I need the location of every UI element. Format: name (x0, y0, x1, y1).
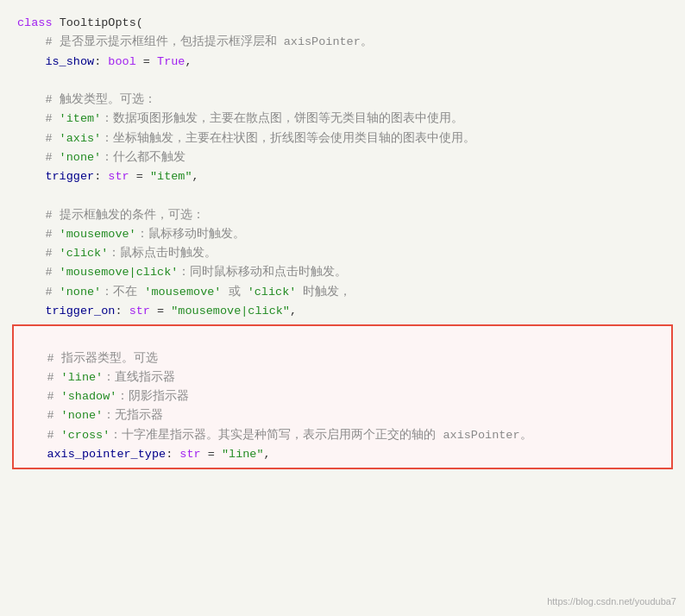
trigger-comment-4: # 'none'：什么都不触发 (17, 148, 668, 167)
trigger-on-comment-1: # 提示框触发的条件，可选： (17, 206, 668, 225)
trigger-on-code: trigger_on: str = "mousemove|click", (17, 302, 668, 321)
axis-pointer-section: # 指示器类型。可选 # 'line'：直线指示器 # 'shadow'：阴影指… (12, 324, 673, 469)
axis-pointer-comment-2: # 'line'：直线指示器 (19, 368, 666, 387)
blank-3 (19, 330, 666, 349)
is-show-comment: # 是否显示提示框组件，包括提示框浮层和 axisPointer。 (17, 33, 668, 52)
axis-pointer-comment-4: # 'none'：无指示器 (19, 406, 666, 425)
trigger-comment-1: # 触发类型。可选： (17, 91, 668, 110)
axis-pointer-comment-5: # 'cross'：十字准星指示器。其实是种简写，表示启用两个正交的轴的 axi… (19, 426, 666, 445)
axis-pointer-comment-3: # 'shadow'：阴影指示器 (19, 387, 666, 406)
blank-2 (17, 186, 668, 205)
trigger-on-comment-3: # 'click'：鼠标点击时触发。 (17, 244, 668, 263)
trigger-on-comment-4: # 'mousemove|click'：同时鼠标移动和点击时触发。 (17, 263, 668, 282)
watermark: https://blog.csdn.net/youduba7 (547, 594, 676, 609)
trigger-comment-3: # 'axis'：坐标轴触发，主要在柱状图，折线图等会使用类目轴的图表中使用。 (17, 129, 668, 148)
code-block: class TooltipOpts( # 是否显示提示框组件，包括提示框浮层和 … (17, 14, 668, 469)
code-container: class TooltipOpts( # 是否显示提示框组件，包括提示框浮层和 … (0, 0, 685, 616)
blank-1 (17, 72, 668, 91)
axis-pointer-code: axis_pointer_type: str = "line", (19, 445, 666, 464)
is-show-code: is_show: bool = True, (17, 53, 668, 72)
trigger-code: trigger: str = "item", (17, 167, 668, 186)
trigger-on-comment-5: # 'none'：不在 'mousemove' 或 'click' 时触发， (17, 283, 668, 302)
trigger-on-comment-2: # 'mousemove'：鼠标移动时触发。 (17, 225, 668, 244)
class-header-line: class TooltipOpts( (17, 14, 668, 33)
trigger-comment-2: # 'item'：数据项图形触发，主要在散点图，饼图等无类目轴的图表中使用。 (17, 110, 668, 129)
axis-pointer-comment-1: # 指示器类型。可选 (19, 349, 666, 368)
